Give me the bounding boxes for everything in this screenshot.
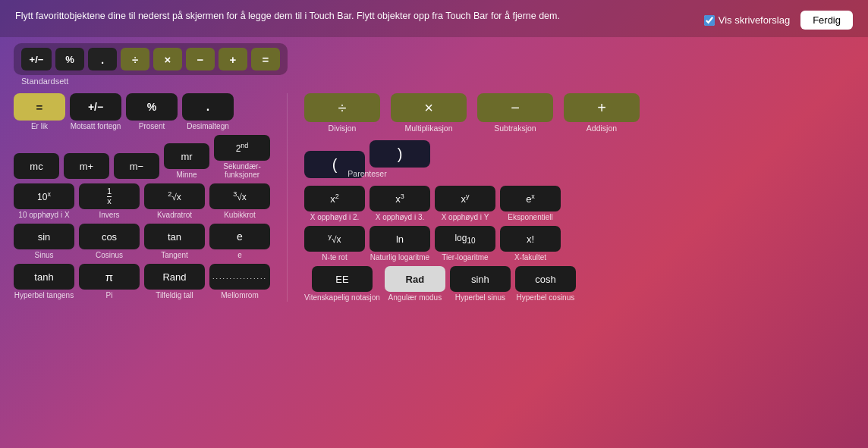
rand-btn[interactable]: Rand	[144, 264, 205, 290]
standardsett-label: Standardsett	[21, 77, 68, 86]
rparen-btn[interactable]: )	[370, 140, 430, 168]
std-plusminus-btn[interactable]: +/−	[21, 48, 52, 70]
ee-btn[interactable]: EE	[312, 266, 373, 292]
tanh-btn[interactable]: tanh	[14, 264, 74, 290]
cbrt-btn[interactable]: 3√x	[209, 183, 270, 209]
decimal-label: Desimaltegn	[187, 122, 229, 130]
ex-btn[interactable]: ex	[500, 186, 561, 211]
log10-cell: log10 Tier-logaritme	[435, 226, 495, 262]
sub-label: Subtraksjon	[494, 124, 536, 133]
sub-cell: − Subtraksjon	[477, 93, 553, 133]
vis-skriveforslag-checkbox[interactable]	[704, 15, 715, 26]
xfact-cell: x! X-fakultet	[500, 226, 561, 262]
e-cell: e e	[209, 224, 270, 259]
ln-btn[interactable]: ln	[370, 226, 430, 252]
rad-btn[interactable]: Rad	[385, 266, 445, 292]
x2-label: X opphøyd i 2.	[310, 213, 359, 221]
std-div-btn[interactable]: ÷	[121, 48, 149, 70]
std-dot-btn[interactable]: .	[88, 48, 117, 70]
tan-btn[interactable]: tan	[144, 224, 205, 249]
ee-label: Vitenskapelig notasjon	[304, 293, 380, 302]
tanh-cell: tanh Hyperbel tangens	[14, 264, 74, 299]
sinh-btn[interactable]: sinh	[450, 266, 511, 292]
mellomrom-label: Mellomrom	[221, 291, 258, 299]
pi-btn[interactable]: π	[79, 264, 140, 290]
log10-btn[interactable]: log10	[435, 226, 495, 252]
xfact-label: X-fakultet	[514, 253, 546, 262]
oppositeSign-btn[interactable]: +/−	[70, 93, 121, 121]
ferdig-button[interactable]: Ferdig	[800, 11, 853, 30]
invers-cell: 1x Invers	[79, 183, 140, 219]
oppositeSign-cell: +/− Motsatt fortegn	[70, 93, 121, 130]
div-label: Divisjon	[329, 124, 357, 133]
standardsett-row: +/− % . ÷ × − + =	[14, 43, 288, 75]
mellomrom-cell: ................ Mellomrom	[209, 264, 270, 299]
mul-label: Multiplikasjon	[404, 124, 452, 133]
std-add-btn[interactable]: +	[219, 48, 247, 70]
percent-label: Prosent	[139, 122, 165, 130]
x3-label: X opphøyd i 3.	[376, 213, 424, 221]
ee-cell: EE Vitenskapelig notasjon	[304, 266, 380, 302]
vis-skriveforslag-label[interactable]: Vis skriveforslag	[704, 14, 790, 26]
yroot-label: N-te rot	[322, 253, 347, 262]
sin-label: Sinus	[34, 251, 53, 259]
invers-btn[interactable]: 1x	[79, 183, 140, 209]
std-eq-btn[interactable]: =	[251, 48, 280, 70]
tanh-label: Hyperbel tangens	[14, 291, 74, 299]
add-label: Addisjon	[587, 124, 617, 133]
sinh-label: Hyperbel sinus	[455, 293, 505, 302]
cbrt-cell: 3√x Kubikkrot	[209, 183, 270, 219]
sin-btn[interactable]: sin	[14, 224, 74, 249]
mminus-btn[interactable]: m−	[114, 153, 159, 179]
x2-btn[interactable]: x2	[304, 186, 365, 211]
ln-cell: ln Naturlig logaritme	[370, 226, 430, 262]
sqrt-cell: 2√x Kvadratrot	[144, 183, 205, 219]
equals-btn[interactable]: =	[14, 93, 65, 121]
ex-label: Eksponentiell	[508, 213, 552, 221]
pi-label: Pi	[106, 291, 113, 299]
ex-cell: ex Eksponentiell	[500, 186, 561, 221]
mr-btn[interactable]: mr	[164, 143, 209, 169]
decimal-cell: . Desimaltegn	[182, 93, 234, 130]
cos-btn[interactable]: cos	[79, 224, 140, 249]
add-btn[interactable]: +	[564, 93, 640, 122]
add-cell: + Addisjon	[564, 93, 640, 133]
sqrt-btn[interactable]: 2√x	[144, 183, 205, 209]
ln-label: Naturlig logaritme	[370, 253, 429, 262]
sub-btn[interactable]: −	[477, 93, 553, 122]
mc-btn[interactable]: mc	[14, 153, 59, 179]
x3-btn[interactable]: x3	[370, 186, 430, 211]
xy-btn[interactable]: xy	[435, 186, 495, 211]
10x-btn[interactable]: 10x	[14, 183, 74, 209]
cosh-btn[interactable]: cosh	[515, 266, 576, 292]
mul-cell: × Multiplikasjon	[391, 93, 467, 133]
yroot-btn[interactable]: y√x	[304, 226, 365, 252]
percent-cell: % Prosent	[126, 93, 178, 130]
std-percent-btn[interactable]: %	[55, 48, 84, 70]
mr-cell: mr Minne	[164, 143, 209, 179]
std-sub-btn[interactable]: −	[186, 48, 215, 70]
div-btn[interactable]: ÷	[304, 93, 380, 122]
sinh-cell: sinh Hyperbel sinus	[450, 266, 511, 302]
second-cell: 2nd Sekundær-funksjoner	[214, 135, 270, 179]
mul-btn[interactable]: ×	[391, 93, 467, 122]
equals-label: Er lik	[31, 122, 48, 130]
second-btn[interactable]: 2nd	[214, 135, 270, 161]
rparen-cell: ) Parenteser	[370, 140, 430, 178]
div-cell: ÷ Divisjon	[304, 93, 380, 133]
percent-btn[interactable]: %	[126, 93, 178, 121]
mplus-btn[interactable]: m+	[64, 153, 109, 179]
invers-label: Invers	[99, 211, 119, 219]
x3-cell: x3 X opphøyd i 3.	[370, 186, 430, 221]
mellomrom-btn[interactable]: ................	[209, 264, 270, 290]
tan-label: Tangent	[161, 251, 188, 259]
10x-cell: 10x 10 opphøyd i X	[14, 183, 74, 219]
paren-label: Parenteser	[348, 169, 386, 178]
top-bar: Flytt favorittobjektene dine til nederst…	[0, 0, 868, 37]
xfact-btn[interactable]: x!	[500, 226, 561, 252]
decimal-btn[interactable]: .	[182, 93, 234, 121]
mc-cell: mc	[14, 153, 59, 179]
rad-cell: Rad Angulær modus	[385, 266, 445, 302]
e-btn[interactable]: e	[209, 224, 270, 249]
std-mul-btn[interactable]: ×	[153, 48, 182, 70]
